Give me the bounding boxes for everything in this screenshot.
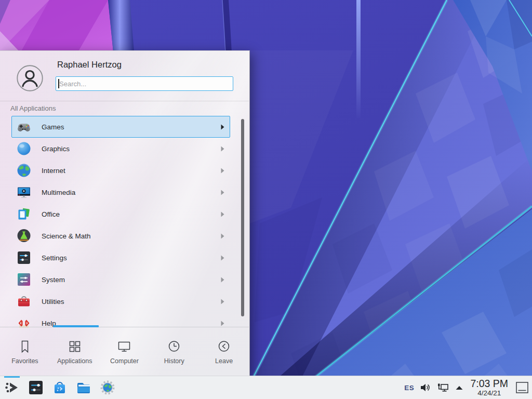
help-icon: [16, 315, 32, 328]
chevron-right-icon: [221, 255, 224, 261]
tab-label: History: [164, 357, 184, 365]
category-label: System: [42, 276, 65, 284]
chevron-right-icon: [221, 190, 224, 195]
category-label: Office: [42, 210, 60, 218]
category-utilities[interactable]: Utilities: [11, 290, 230, 312]
sliders-icon: [16, 249, 32, 266]
chevron-right-icon: [221, 277, 224, 283]
clock-time: 7:03 PM: [470, 379, 508, 389]
scrollbar[interactable]: [241, 119, 244, 316]
category-label: Graphics: [42, 145, 70, 153]
category-label: Internet: [42, 167, 65, 175]
launcher-header: Raphael Hertzog: [0, 51, 249, 101]
user-name: Raphael Hertzog: [57, 60, 122, 70]
flask-icon: [16, 228, 32, 244]
section-label: All Applications: [10, 104, 56, 112]
category-label: Utilities: [42, 298, 64, 305]
leave-icon: [217, 339, 231, 354]
expand-tray-icon[interactable]: [455, 385, 463, 390]
digital-clock[interactable]: 7:03 PM 4/24/21: [470, 379, 508, 397]
documents-icon: [16, 206, 32, 222]
discover-store-button[interactable]: [51, 379, 68, 396]
category-graphics[interactable]: Graphics: [11, 138, 230, 159]
tab-label: Applications: [57, 357, 92, 365]
launcher-tabbar: Favorites Applications Computer: [0, 327, 249, 376]
tab-label: Computer: [110, 357, 139, 365]
tab-computer[interactable]: Computer: [100, 327, 150, 376]
bookmark-icon: [18, 339, 32, 354]
category-label: Games: [42, 123, 64, 131]
text-cursor: [58, 79, 59, 88]
tab-applications[interactable]: Applications: [50, 327, 100, 376]
user-avatar-icon[interactable]: [17, 65, 43, 91]
keyboard-layout-indicator[interactable]: ES: [404, 384, 414, 392]
paint-ball-icon: [16, 140, 32, 157]
tab-leave[interactable]: Leave: [199, 327, 249, 376]
globe-icon: [16, 162, 32, 179]
category-help[interactable]: Help: [11, 312, 230, 328]
chevron-right-icon: [221, 124, 224, 130]
category-science-math[interactable]: Science & Math: [11, 225, 230, 247]
chevron-right-icon: [221, 168, 224, 174]
taskbar: ES 7:03 PM: [0, 376, 532, 399]
file-manager-button[interactable]: [75, 379, 92, 396]
tab-favorites[interactable]: Favorites: [0, 327, 50, 376]
category-label: Multimedia: [42, 189, 75, 196]
category-multimedia[interactable]: Multimedia: [11, 181, 230, 203]
active-tab-indicator: [53, 325, 99, 327]
grid-icon: [68, 339, 82, 354]
application-launcher-menu: Raphael Hertzog All Applications: [0, 50, 250, 376]
toolbox-icon: [16, 293, 32, 310]
volume-icon[interactable]: [420, 383, 431, 392]
desktop: Raphael Hertzog All Applications: [0, 0, 532, 399]
system-tray: ES 7:03 PM: [404, 379, 532, 397]
category-label: Science & Math: [42, 232, 91, 240]
tab-label: Favorites: [11, 357, 38, 365]
category-list: Games Graphics: [11, 116, 230, 328]
category-internet[interactable]: Internet: [11, 159, 230, 181]
category-settings[interactable]: Settings: [11, 247, 230, 269]
open-app-indicator: [4, 376, 20, 378]
monitor-icon: [117, 339, 131, 354]
gamepad-icon: [16, 118, 32, 135]
category-office[interactable]: Office: [11, 203, 230, 225]
category-games[interactable]: Games: [11, 116, 230, 138]
chevron-right-icon: [221, 211, 224, 217]
chevron-right-icon: [221, 299, 224, 304]
system-sliders-icon: [16, 271, 32, 288]
system-settings-button[interactable]: [28, 379, 44, 396]
chevron-right-icon: [221, 233, 224, 239]
category-label: Settings: [42, 254, 67, 262]
chevron-right-icon: [221, 146, 224, 152]
web-browser-button[interactable]: [99, 379, 116, 396]
search-input[interactable]: [56, 76, 233, 91]
chevron-right-icon: [221, 321, 224, 326]
category-system[interactable]: System: [11, 269, 230, 290]
clock-icon: [167, 339, 181, 354]
clock-date: 4/24/21: [470, 390, 508, 397]
tab-label: Leave: [215, 357, 233, 365]
network-icon[interactable]: [437, 383, 449, 392]
kickoff-menu-button[interactable]: [4, 379, 20, 396]
show-desktop-button[interactable]: [515, 381, 529, 394]
tab-history[interactable]: History: [149, 327, 199, 376]
media-screen-icon: [16, 184, 32, 201]
